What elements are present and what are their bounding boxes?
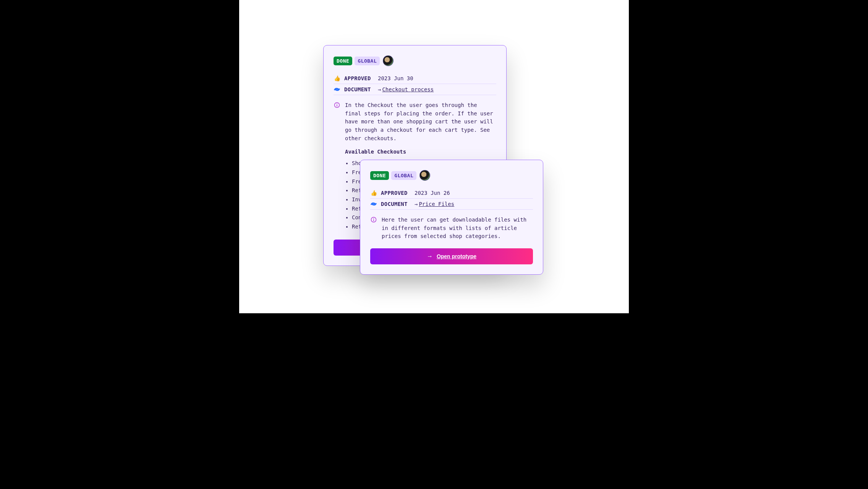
thumbs-up-icon: 👍 bbox=[370, 190, 377, 196]
status-badge-done: DONE bbox=[334, 57, 352, 65]
thumbs-up-icon: 👍 bbox=[334, 75, 340, 81]
subheading: Available Checkouts bbox=[345, 148, 496, 156]
canvas: DONE GLOBAL 👍 APPROVED 2023 Jun 30 DOCUM… bbox=[239, 0, 629, 313]
meta-label-approved: APPROVED bbox=[344, 75, 374, 81]
status-badge-done: DONE bbox=[370, 171, 389, 180]
arrow-right-icon: → bbox=[427, 253, 433, 259]
card-header: DONE GLOBAL bbox=[334, 55, 496, 66]
meta-section: 👍 APPROVED 2023 Jun 26 DOCUMENT →Price F… bbox=[370, 188, 533, 210]
confluence-icon bbox=[370, 201, 377, 207]
meta-row-approved: 👍 APPROVED 2023 Jun 26 bbox=[370, 188, 533, 199]
meta-section: 👍 APPROVED 2023 Jun 30 DOCUMENT →Checkou… bbox=[334, 73, 496, 95]
document-link-wrapper[interactable]: →Checkout process bbox=[378, 86, 434, 92]
meta-label-document: DOCUMENT bbox=[381, 201, 411, 207]
info-block: Here the user can get downloadable files… bbox=[370, 216, 533, 241]
description-text: Here the user can get downloadable files… bbox=[382, 216, 533, 241]
avatar[interactable] bbox=[419, 170, 430, 181]
meta-label-document: DOCUMENT bbox=[344, 86, 374, 92]
scope-badge-global: GLOBAL bbox=[391, 171, 416, 180]
svg-rect-2 bbox=[337, 105, 337, 107]
info-body: Here the user can get downloadable files… bbox=[382, 216, 533, 241]
open-prototype-button[interactable]: → Open prototype bbox=[370, 248, 533, 264]
info-icon bbox=[370, 216, 377, 241]
svg-point-1 bbox=[337, 104, 337, 104]
card-header: DONE GLOBAL bbox=[370, 170, 533, 181]
info-icon bbox=[334, 101, 340, 232]
approved-date: 2023 Jun 30 bbox=[378, 75, 413, 81]
scope-badge-global: GLOBAL bbox=[355, 57, 380, 65]
svg-point-4 bbox=[373, 218, 374, 219]
card-price-files: DONE GLOBAL 👍 APPROVED 2023 Jun 26 DOCUM… bbox=[360, 160, 543, 275]
avatar[interactable] bbox=[383, 55, 394, 66]
confluence-icon bbox=[334, 86, 340, 92]
arrow-right-icon: → bbox=[378, 86, 381, 92]
document-link[interactable]: Price Files bbox=[419, 201, 454, 207]
meta-row-approved: 👍 APPROVED 2023 Jun 30 bbox=[334, 73, 496, 84]
arrow-right-icon: → bbox=[415, 201, 418, 207]
meta-label-approved: APPROVED bbox=[381, 190, 411, 196]
svg-rect-5 bbox=[373, 219, 374, 221]
meta-row-document: DOCUMENT →Price Files bbox=[370, 199, 533, 210]
meta-row-document: DOCUMENT →Checkout process bbox=[334, 84, 496, 95]
approved-date: 2023 Jun 26 bbox=[415, 190, 450, 196]
document-link-wrapper[interactable]: →Price Files bbox=[415, 201, 454, 207]
description-text: In the Checkout the user goes through th… bbox=[345, 101, 496, 142]
document-link[interactable]: Checkout process bbox=[382, 86, 434, 92]
button-label: Open prototype bbox=[437, 253, 476, 259]
